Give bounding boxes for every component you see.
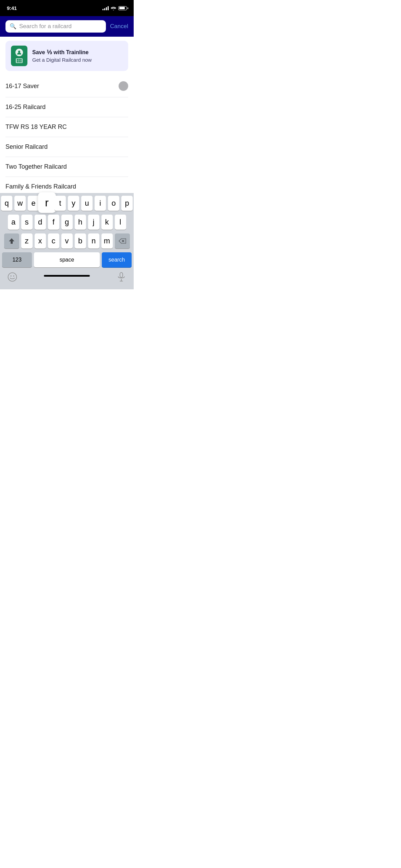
space-key[interactable]: space: [34, 252, 100, 267]
promo-banner[interactable]: Save ⅓ with Trainline Get a Digital Rail…: [5, 41, 128, 71]
search-box[interactable]: 🔍 Search for a railcard: [5, 20, 106, 33]
key-l[interactable]: l: [115, 215, 126, 230]
promo-icon: [11, 46, 27, 66]
radio-selected: [119, 81, 128, 91]
search-key[interactable]: search: [102, 252, 132, 267]
emoji-icon[interactable]: [7, 272, 18, 282]
battery-icon: [118, 6, 127, 10]
svg-point-3: [8, 273, 17, 281]
key-r-popup-bubble: r: [38, 192, 56, 213]
wifi-icon: [111, 6, 116, 10]
key-z[interactable]: z: [21, 233, 33, 249]
railcard-item[interactable]: Senior Railcard: [5, 137, 128, 157]
search-row: 🔍 Search for a railcard Cancel: [5, 20, 128, 33]
person-icon: [15, 49, 23, 56]
keyboard-row-bottom: 123 space search: [1, 252, 133, 267]
content-area: Save ⅓ with Trainline Get a Digital Rail…: [0, 37, 134, 216]
numbers-key[interactable]: 123: [2, 252, 32, 267]
railcard-item[interactable]: 16-17 Saver: [5, 75, 128, 97]
key-f[interactable]: f: [48, 215, 59, 230]
key-c[interactable]: c: [48, 233, 59, 249]
key-i[interactable]: i: [95, 196, 106, 211]
shift-key[interactable]: [4, 233, 19, 249]
key-r[interactable]: r r: [41, 196, 52, 211]
railcard-name: TFW RS 18 YEAR RC: [5, 123, 67, 131]
keyboard-row-1: q w e r r t y u i o p: [1, 196, 133, 211]
key-m[interactable]: m: [101, 233, 113, 249]
key-v[interactable]: v: [61, 233, 73, 249]
svg-rect-6: [120, 273, 123, 277]
key-r-popup: r: [38, 192, 56, 213]
promo-title: Save ⅓ with Trainline: [32, 49, 92, 56]
nav-bar: 🔍 Search for a railcard Cancel: [0, 16, 134, 37]
key-p[interactable]: p: [121, 196, 133, 211]
railcard-item[interactable]: 16-25 Railcard: [5, 97, 128, 117]
railcard-name: Family & Friends Railcard: [5, 183, 76, 190]
cancel-button[interactable]: Cancel: [110, 23, 128, 30]
chip-icon: [16, 58, 23, 63]
keyboard-row-2: a s d f g h j k l: [1, 215, 133, 230]
key-j[interactable]: j: [88, 215, 99, 230]
key-g[interactable]: g: [61, 215, 73, 230]
search-input[interactable]: Search for a railcard: [19, 23, 102, 30]
status-bar: 9:41: [0, 0, 134, 16]
key-d[interactable]: d: [35, 215, 46, 230]
key-s[interactable]: s: [21, 215, 33, 230]
svg-point-4: [11, 276, 12, 277]
key-e[interactable]: e: [28, 196, 39, 211]
key-k[interactable]: k: [101, 215, 113, 230]
keyboard-bottom-bar: [0, 269, 134, 289]
railcard-name: Two Together Railcard: [5, 163, 67, 170]
keyboard-row-3: z x c v b n m: [1, 233, 133, 249]
status-time: 9:41: [7, 5, 17, 11]
home-indicator: [44, 275, 90, 277]
railcard-name: Senior Railcard: [5, 143, 48, 150]
delete-key[interactable]: [115, 233, 130, 249]
key-h[interactable]: h: [75, 215, 86, 230]
key-u[interactable]: u: [81, 196, 93, 211]
key-t[interactable]: t: [54, 196, 66, 211]
svg-point-0: [18, 51, 20, 53]
microphone-icon[interactable]: [116, 272, 127, 282]
key-w[interactable]: w: [14, 196, 26, 211]
status-icons: [102, 6, 127, 10]
railcard-item[interactable]: TFW RS 18 YEAR RC: [5, 117, 128, 137]
key-a[interactable]: a: [8, 215, 19, 230]
signal-icon: [102, 6, 109, 10]
keyboard[interactable]: q w e r r t y u i o p a s d f g h j k: [0, 193, 134, 289]
railcard-item[interactable]: Two Together Railcard: [5, 157, 128, 177]
search-icon: 🔍: [10, 24, 16, 29]
key-o[interactable]: o: [108, 196, 119, 211]
promo-text: Save ⅓ with Trainline Get a Digital Rail…: [32, 49, 92, 63]
railcard-name: 16-25 Railcard: [5, 104, 46, 111]
key-y[interactable]: y: [68, 196, 79, 211]
key-b[interactable]: b: [75, 233, 86, 249]
keyboard-rows: q w e r r t y u i o p a s d f g h j k: [0, 193, 134, 269]
key-n[interactable]: n: [88, 233, 99, 249]
railcard-name: 16-17 Saver: [5, 83, 39, 90]
key-q[interactable]: q: [1, 196, 12, 211]
svg-point-5: [13, 276, 14, 277]
promo-subtitle: Get a Digital Railcard now: [32, 57, 92, 63]
key-x[interactable]: x: [35, 233, 46, 249]
